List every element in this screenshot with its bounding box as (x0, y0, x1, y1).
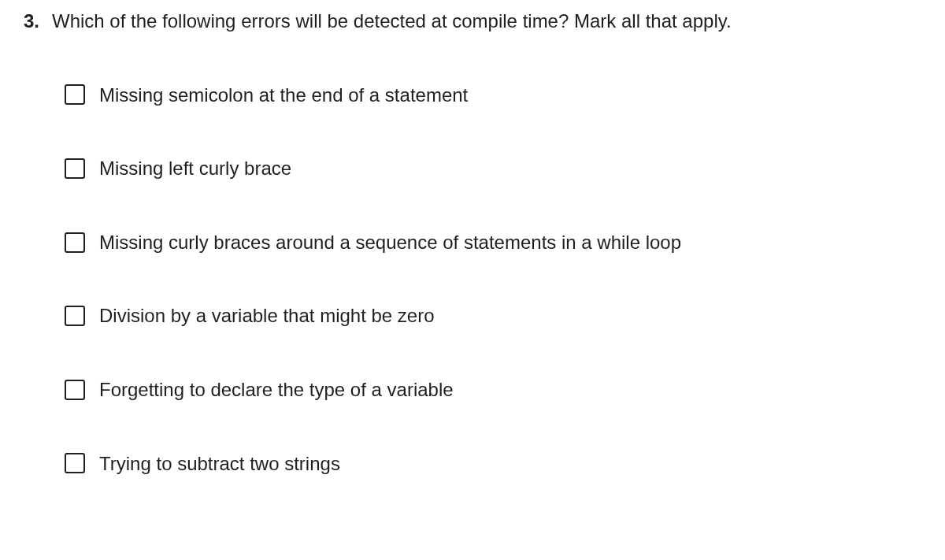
option-item: Division by a variable that might be zer… (65, 302, 921, 329)
option-item: Forgetting to declare the type of a vari… (65, 376, 921, 403)
checkbox[interactable] (65, 84, 85, 105)
option-item: Trying to subtract two strings (65, 451, 921, 477)
option-label[interactable]: Forgetting to declare the type of a vari… (99, 376, 454, 403)
checkbox[interactable] (65, 453, 85, 473)
question-text: Which of the following errors will be de… (52, 8, 732, 35)
checkbox[interactable] (65, 306, 85, 326)
question-row: 3. Which of the following errors will be… (24, 8, 921, 35)
option-item: Missing curly braces around a sequence o… (65, 229, 921, 256)
option-item: Missing left curly brace (65, 155, 921, 182)
option-label[interactable]: Missing curly braces around a sequence o… (99, 229, 681, 256)
option-label[interactable]: Missing semicolon at the end of a statem… (99, 82, 468, 109)
question-number: 3. (24, 8, 39, 35)
option-label[interactable]: Trying to subtract two strings (99, 451, 340, 477)
checkbox[interactable] (65, 380, 85, 400)
option-label[interactable]: Missing left curly brace (99, 155, 291, 182)
option-label[interactable]: Division by a variable that might be zer… (99, 302, 435, 329)
option-item: Missing semicolon at the end of a statem… (65, 82, 921, 109)
checkbox[interactable] (65, 232, 85, 253)
options-list: Missing semicolon at the end of a statem… (24, 82, 921, 477)
checkbox[interactable] (65, 158, 85, 179)
